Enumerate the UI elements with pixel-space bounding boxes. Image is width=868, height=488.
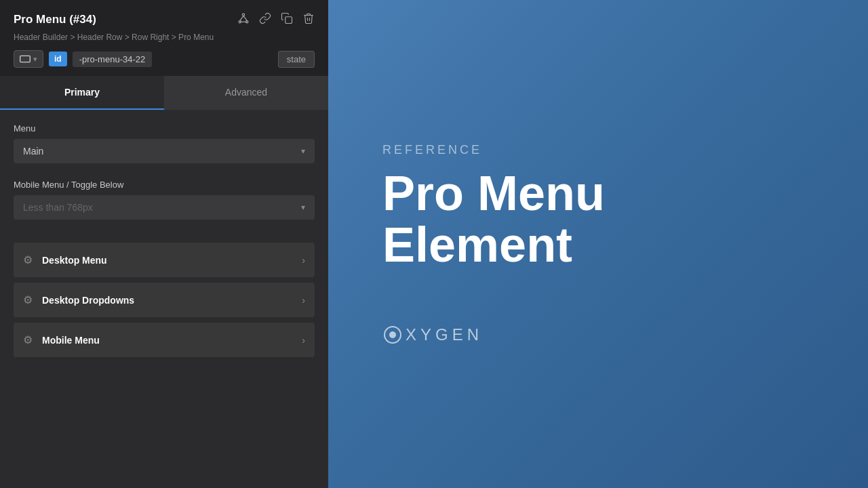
svg-point-9	[389, 331, 396, 338]
id-badge[interactable]: id	[49, 52, 67, 66]
svg-line-4	[243, 16, 247, 20]
reference-title: Pro Menu Element	[382, 168, 605, 270]
oxygen-o-icon	[382, 325, 403, 345]
trash-icon[interactable]	[302, 12, 315, 27]
tab-advanced[interactable]: Advanced	[164, 76, 328, 110]
desktop-dropdowns-chevron-right-icon: ›	[302, 295, 305, 306]
svg-rect-7	[20, 56, 31, 62]
device-selector[interactable]: ▾	[14, 50, 43, 68]
menu-label: Menu	[14, 123, 315, 134]
mobile-menu-section[interactable]: ⚙ Mobile Menu ›	[14, 323, 315, 357]
breadcrumb: Header Builder > Header Row > Row Right …	[14, 33, 315, 42]
link-icon[interactable]	[259, 12, 271, 27]
reference-title-line2: Element	[382, 218, 572, 272]
state-button[interactable]: state	[278, 51, 315, 68]
oxygen-text: XYGEN	[406, 325, 483, 344]
menu-chevron-down-icon: ▾	[301, 146, 305, 156]
mobile-placeholder: Less than 768px	[23, 202, 93, 213]
header-icons	[237, 12, 315, 27]
reference-title-line1: Pro Menu	[382, 166, 605, 220]
mobile-select[interactable]: Less than 768px ▾	[14, 195, 315, 220]
desktop-menu-chevron-right-icon: ›	[302, 255, 305, 266]
tabs-row: Primary Advanced	[0, 76, 328, 110]
mobile-menu-gear-icon: ⚙	[23, 333, 33, 346]
selector-row: ▾ id -pro-menu-34-22 state	[14, 50, 315, 68]
mobile-menu-label-item: Mobile Menu	[42, 335, 100, 346]
reference-label: REFERENCE	[382, 143, 482, 157]
network-icon[interactable]	[237, 12, 250, 27]
oxygen-logo: XYGEN	[382, 325, 483, 345]
mobile-chevron-down-icon: ▾	[301, 203, 305, 212]
panel-title: Pro Menu (#34)	[14, 13, 96, 26]
desktop-menu-label: Desktop Menu	[42, 255, 107, 266]
menu-select[interactable]: Main ▾	[14, 139, 315, 163]
desktop-dropdowns-gear-icon: ⚙	[23, 293, 33, 306]
left-panel: Pro Menu (#34)	[0, 0, 328, 488]
desktop-menu-gear-icon: ⚙	[23, 253, 33, 266]
copy-icon[interactable]	[281, 12, 293, 27]
tab-primary[interactable]: Primary	[0, 76, 164, 110]
desktop-dropdowns-section[interactable]: ⚙ Desktop Dropdowns ›	[14, 283, 315, 317]
title-row: Pro Menu (#34)	[14, 12, 315, 27]
menu-select-value: Main	[23, 146, 43, 157]
panel-content: Menu Main ▾ Mobile Menu / Toggle Below L…	[0, 110, 328, 488]
selector-value: -pro-menu-34-22	[73, 52, 153, 67]
desktop-menu-section[interactable]: ⚙ Desktop Menu ›	[14, 243, 315, 277]
svg-rect-6	[285, 17, 292, 24]
chevron-down-icon: ▾	[33, 55, 37, 64]
mobile-menu-chevron-right-icon: ›	[302, 335, 305, 346]
desktop-dropdowns-label: Desktop Dropdowns	[42, 295, 134, 306]
mobile-menu-label: Mobile Menu / Toggle Below	[14, 180, 315, 190]
right-panel: REFERENCE Pro Menu Element XYGEN	[328, 0, 868, 488]
svg-line-3	[240, 16, 243, 20]
svg-point-0	[242, 14, 244, 16]
panel-header: Pro Menu (#34)	[0, 0, 328, 76]
